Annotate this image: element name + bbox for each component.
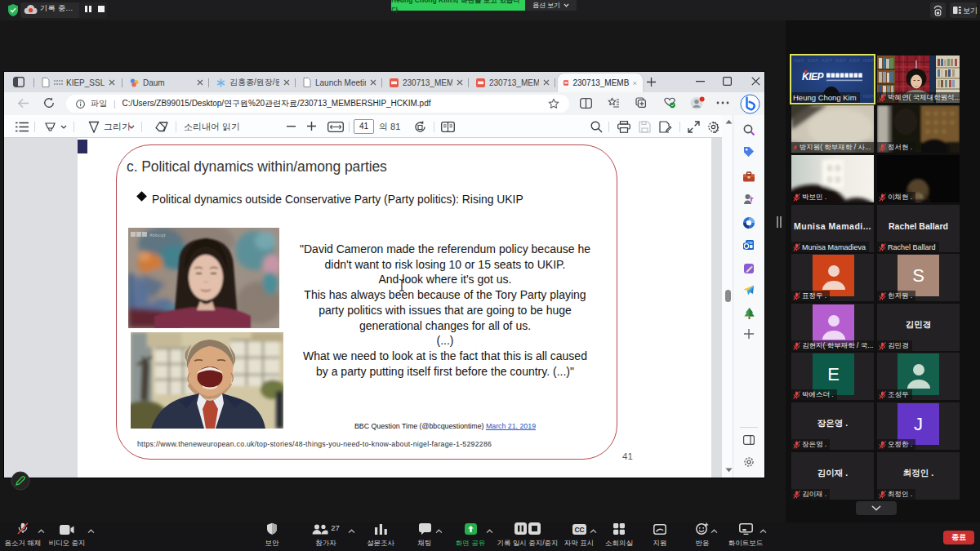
svg-text:KIEP: KIEP [794,58,804,63]
svg-text:KIEP: KIEP [835,58,846,63]
svg-text:KIEP: KIEP [849,58,860,63]
svg-text:KIEP: KIEP [863,94,874,99]
svg-text:KIEP: KIEP [863,58,874,63]
svg-text:#bbcqt: #bbcqt [149,233,166,238]
svg-text:KIEP: KIEP [822,58,832,63]
svg-text:KIEP: KIEP [808,58,818,63]
svg-text:CC: CC [574,526,584,534]
